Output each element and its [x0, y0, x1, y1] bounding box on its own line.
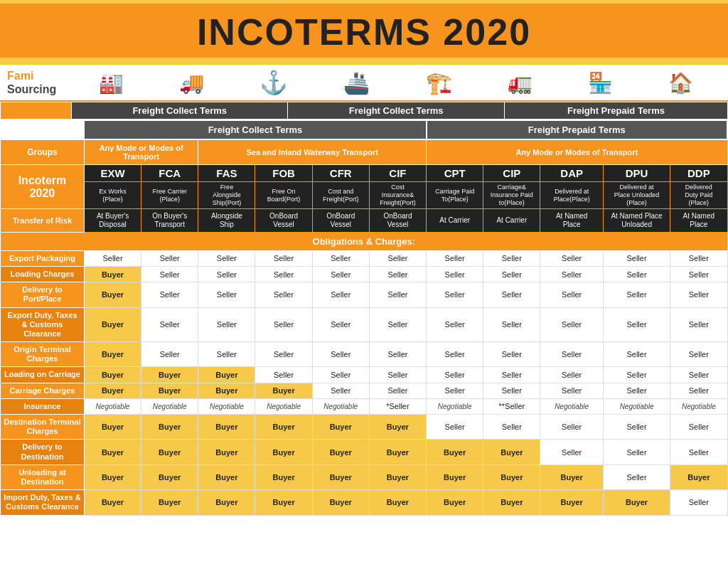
- freight-collect-sea: Freight Collect Terms: [288, 102, 504, 120]
- cell-5-9: Seller: [603, 367, 670, 383]
- cell-2-1: Seller: [141, 282, 198, 307]
- cell-1-10: Seller: [670, 266, 727, 282]
- desc-dpu: Delivered atPlace Unloaded(Place): [603, 182, 670, 208]
- cell-1-3: Seller: [255, 266, 312, 282]
- freight-collect-sea-text: Freight Collect Terms: [349, 105, 444, 116]
- cell-1-6: Seller: [427, 266, 483, 282]
- desc-fob: Free OnBoard(Port): [255, 182, 312, 208]
- cell-0-3: Seller: [255, 250, 312, 266]
- cell-8-4: Buyer: [312, 415, 369, 440]
- code-exw: EXW: [84, 165, 141, 182]
- incoterm-codes-row: Incoterm2020 EXW FCA FAS FOB CFR CIF CPT…: [1, 165, 728, 182]
- cell-7-1: Negotiable: [141, 398, 198, 414]
- cell-8-0: Buyer: [84, 415, 141, 440]
- cell-9-3: Buyer: [255, 440, 312, 464]
- risk-cfr: OnBoardVessel: [312, 208, 369, 232]
- cell-7-3: Negotiable: [255, 398, 312, 414]
- cell-11-6: Buyer: [427, 490, 483, 515]
- cell-6-2: Buyer: [198, 383, 255, 398]
- cell-5-7: Seller: [483, 367, 540, 383]
- cell-2-7: Seller: [483, 282, 540, 307]
- ship-icon: 🚢: [343, 70, 370, 95]
- desc-ddp: DeliveredDuty Paid(Place): [670, 182, 727, 208]
- cell-11-10: Seller: [670, 490, 727, 515]
- obligations-header: Obligations & Charges:: [1, 232, 728, 250]
- port-icon: ⚓: [259, 69, 288, 96]
- cell-7-0: Negotiable: [84, 398, 141, 414]
- cell-4-9: Seller: [603, 342, 670, 367]
- cell-1-2: Seller: [198, 266, 255, 282]
- cell-6-3: Buyer: [255, 383, 312, 398]
- cell-10-6: Buyer: [427, 464, 483, 489]
- groups-cell: Groups: [1, 139, 85, 165]
- code-cip: CIP: [483, 165, 540, 182]
- cell-6-8: Seller: [540, 383, 603, 398]
- code-cif: CIF: [369, 165, 426, 182]
- cell-0-2: Seller: [198, 250, 255, 266]
- cell-3-0: Buyer: [84, 307, 141, 342]
- freight-prepaid-header2: Freight Prepaid Terms: [427, 120, 727, 139]
- cell-8-9: Seller: [603, 415, 670, 440]
- risk-dpu: At Named PlaceUnloaded: [603, 208, 670, 232]
- cell-10-8: Buyer: [540, 464, 603, 489]
- row-label-1: Loading Charges: [1, 266, 85, 282]
- cell-4-4: Seller: [312, 342, 369, 367]
- risk-fas: AlongsideShip: [198, 208, 255, 232]
- cell-3-3: Seller: [255, 307, 312, 342]
- cell-3-1: Seller: [141, 307, 198, 342]
- cell-2-6: Seller: [427, 282, 483, 307]
- code-fas: FAS: [198, 165, 255, 182]
- cell-7-7: **Seller: [483, 398, 540, 414]
- cell-4-1: Seller: [141, 342, 198, 367]
- freight-collect-header2: Freight Collect Terms: [84, 120, 426, 139]
- obligations-header-row: Obligations & Charges:: [1, 232, 728, 250]
- freight-header-row: Freight Collect Terms Freight Collect Te…: [1, 102, 728, 120]
- cell-0-8: Seller: [540, 250, 603, 266]
- cell-2-8: Seller: [540, 282, 603, 307]
- cell-10-2: Buyer: [198, 464, 255, 489]
- data-row: Destination Terminal ChargesBuyerBuyerBu…: [1, 415, 728, 440]
- cell-1-7: Seller: [483, 266, 540, 282]
- cell-9-0: Buyer: [84, 440, 141, 464]
- code-cfr: CFR: [312, 165, 369, 182]
- cell-1-1: Seller: [141, 266, 198, 282]
- cell-6-5: Seller: [369, 383, 426, 398]
- cell-1-5: Seller: [369, 266, 426, 282]
- cell-0-10: Seller: [670, 250, 727, 266]
- cell-9-7: Buyer: [483, 440, 540, 464]
- desc-cif: CostInsurance&Freight(Port): [369, 182, 426, 208]
- cell-8-5: Buyer: [369, 415, 426, 440]
- cell-10-4: Buyer: [312, 464, 369, 489]
- risk-cpt: At Carrier: [427, 208, 483, 232]
- code-cpt: CPT: [427, 165, 483, 182]
- cell-11-1: Buyer: [141, 490, 198, 515]
- cell-0-0: Seller: [84, 250, 141, 266]
- factory-icon: 🏭: [99, 71, 124, 95]
- empty-corner: [1, 102, 72, 120]
- freight-prepaid-text: Freight Prepaid Terms: [567, 105, 665, 116]
- cell-7-10: Negotiable: [670, 398, 727, 414]
- row-label-10: Unloading at Destination: [1, 464, 85, 489]
- transfer-risk-row: Transfer of Risk At Buyer'sDisposal On B…: [1, 208, 728, 232]
- cell-4-0: Buyer: [84, 342, 141, 367]
- cell-6-0: Buyer: [84, 383, 141, 398]
- cell-2-4: Seller: [312, 282, 369, 307]
- cell-7-9: Negotiable: [603, 398, 670, 414]
- cell-10-3: Buyer: [255, 464, 312, 489]
- incoterm-2020-label: Incoterm2020: [1, 165, 85, 208]
- delivery-truck-icon: 🚛: [508, 71, 532, 95]
- row-label-2: Delivery to Port/Place: [1, 282, 85, 307]
- cell-5-3: Seller: [255, 367, 312, 383]
- cell-10-10: Buyer: [670, 464, 727, 489]
- cell-8-10: Seller: [670, 415, 727, 440]
- incoterm-desc-row: Ex Works(Place) Free Carrier(Place) Free…: [1, 182, 728, 208]
- cell-5-8: Seller: [540, 367, 603, 383]
- cell-8-2: Buyer: [198, 415, 255, 440]
- desc-exw: Ex Works(Place): [84, 182, 141, 208]
- risk-dap: At NamedPlace: [540, 208, 603, 232]
- cell-3-9: Seller: [603, 307, 670, 342]
- cell-4-3: Seller: [255, 342, 312, 367]
- cell-8-1: Buyer: [141, 415, 198, 440]
- row-label-11: Import Duty, Taxes & Customs Clearance: [1, 490, 85, 515]
- row-label-5: Loading on Carriage: [1, 367, 85, 383]
